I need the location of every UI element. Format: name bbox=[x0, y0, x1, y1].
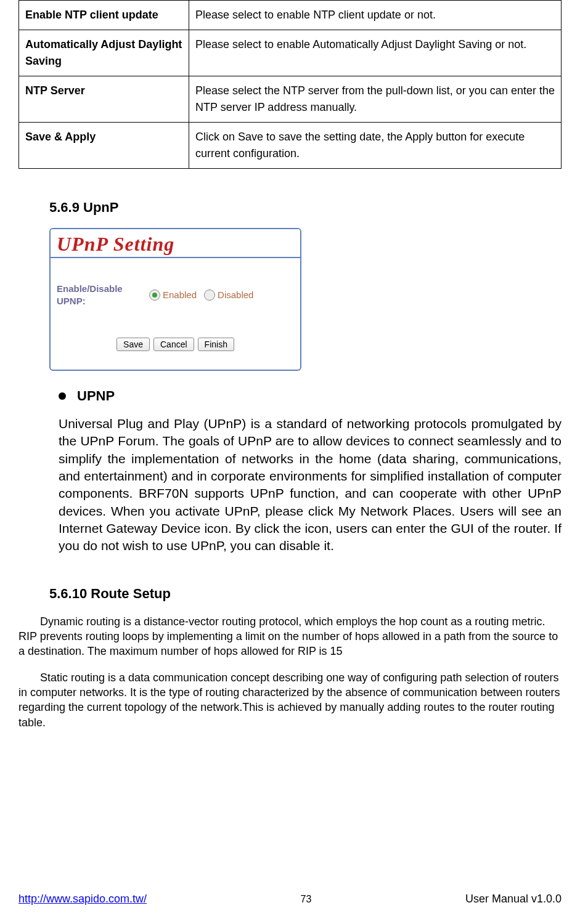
table-row: Enable NTP client update Please select t… bbox=[19, 1, 562, 30]
setting-label: NTP Server bbox=[19, 76, 189, 123]
cancel-button[interactable]: Cancel bbox=[153, 338, 194, 351]
route-paragraph-1: Dynamic routing is a distance-vector rou… bbox=[18, 614, 562, 659]
panel-title: UPnP Setting bbox=[57, 233, 174, 255]
bullet-label: UPNP bbox=[77, 388, 115, 404]
bullet-heading-upnp: UPNP bbox=[59, 388, 562, 404]
settings-table: Enable NTP client update Please select t… bbox=[18, 0, 562, 169]
radio-enabled-label: Enabled bbox=[163, 290, 197, 300]
radio-enabled[interactable] bbox=[149, 290, 160, 301]
upnp-paragraph: Universal Plug and Play (UPnP) is a stan… bbox=[59, 415, 562, 555]
route-paragraph-2: Static routing is a data communication c… bbox=[18, 670, 562, 730]
page-footer: http://www.sapido.com.tw/ 73 User Manual… bbox=[18, 893, 562, 906]
setting-label: Enable NTP client update bbox=[19, 1, 189, 30]
table-row: NTP Server Please select the NTP server … bbox=[19, 76, 562, 123]
table-row: Automatically Adjust Daylight Saving Ple… bbox=[19, 30, 562, 76]
radio-disabled-label: Disabled bbox=[218, 290, 253, 300]
table-row: Save & Apply Click on Save to save the s… bbox=[19, 123, 562, 169]
save-button[interactable]: Save bbox=[116, 338, 150, 351]
setting-label: Automatically Adjust Daylight Saving bbox=[19, 30, 189, 76]
setting-label: Save & Apply bbox=[19, 123, 189, 169]
setting-desc: Click on Save to save the setting date, … bbox=[189, 123, 562, 169]
panel-header: UPnP Setting bbox=[51, 229, 300, 258]
upnp-row-label: Enable/Disable UPNP: bbox=[57, 283, 143, 307]
bullet-icon bbox=[59, 392, 66, 400]
footer-page-number: 73 bbox=[301, 894, 312, 905]
radio-disabled[interactable] bbox=[204, 290, 215, 301]
section-heading-upnp: 5.6.9 UpnP bbox=[49, 200, 562, 216]
upnp-setting-panel: UPnP Setting Enable/Disable UPNP: Enable… bbox=[49, 228, 301, 371]
section-heading-route: 5.6.10 Route Setup bbox=[49, 586, 562, 602]
footer-url-link[interactable]: http://www.sapido.com.tw/ bbox=[18, 893, 147, 906]
finish-button[interactable]: Finish bbox=[198, 338, 234, 351]
setting-desc: Please select to enable NTP client updat… bbox=[189, 1, 562, 30]
footer-right-text: User Manual v1.0.0 bbox=[465, 893, 562, 906]
setting-desc: Please select the NTP server from the pu… bbox=[189, 76, 562, 123]
setting-desc: Please select to enable Automatically Ad… bbox=[189, 30, 562, 76]
